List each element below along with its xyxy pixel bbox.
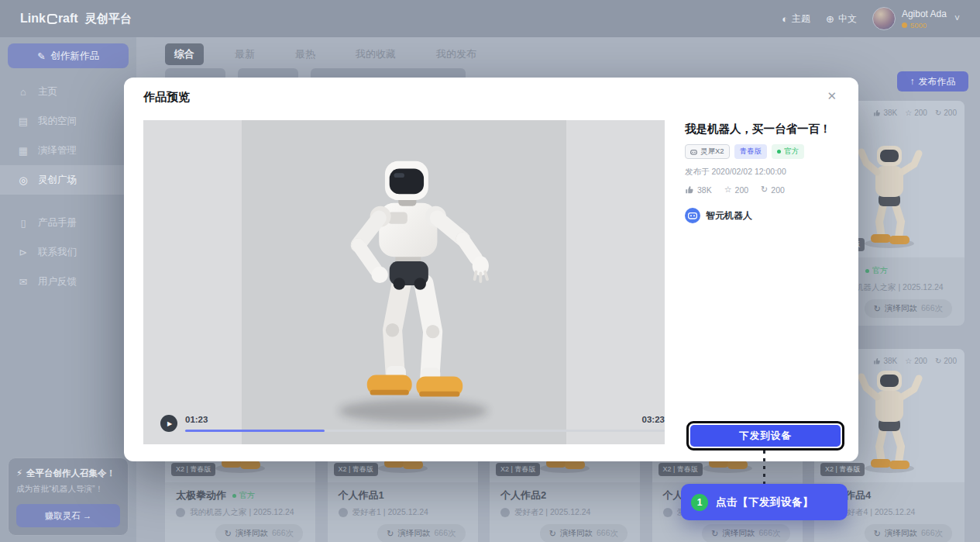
- reuse-icon: ↻: [761, 185, 768, 195]
- sidebar-item-3[interactable]: ◎灵创广场: [0, 165, 136, 195]
- reuse-pill[interactable]: ↻演绎同款666次: [865, 524, 952, 542]
- play-icon: ▶: [167, 420, 172, 427]
- reuse-pill[interactable]: ↻演绎同款666次: [702, 524, 789, 542]
- sort-tab-3[interactable]: 我的收藏: [346, 43, 405, 65]
- reuse-stat: ↻200: [761, 185, 785, 195]
- space-icon: ▤: [17, 116, 29, 127]
- card-title: 太极拳动作: [176, 488, 226, 502]
- sort-tab-0[interactable]: 综合: [165, 43, 204, 65]
- sort-tab-2[interactable]: 最热: [286, 43, 325, 65]
- progress-fill: [185, 430, 325, 432]
- thumbs-up-icon: [685, 185, 694, 195]
- pencil-icon: ✎: [37, 50, 45, 62]
- tutorial-dotted-connector: [763, 451, 765, 485]
- video-controls: ▶ 01:23 03:23: [160, 415, 665, 432]
- theme-icon: ◐: [782, 13, 788, 25]
- perform-icon: ▦: [17, 145, 29, 157]
- star-icon: ☆: [724, 185, 732, 195]
- reuse-icon: ↻: [387, 529, 394, 539]
- green-dot-icon: [777, 150, 781, 154]
- reuse-icon: ↻: [935, 109, 941, 117]
- modal-title: 作品预览: [143, 90, 190, 105]
- reuse-pill[interactable]: ↻演绎同款666次: [377, 524, 465, 542]
- sidebar-item-4[interactable]: ▯产品手册: [0, 208, 136, 237]
- sort-tab-1[interactable]: 最新: [225, 43, 264, 65]
- sidebar-item-label: 演绎管理: [38, 144, 77, 157]
- language-switcher[interactable]: ⊕中文: [826, 12, 857, 26]
- official-badge: 官方: [865, 265, 888, 276]
- app-logo: Linkraft 灵创平台: [20, 12, 132, 26]
- logo-text-right: raft: [58, 12, 78, 26]
- card-body: 太极拳动作官方我的机器人之家 | 2025.12.24↻演绎同款666次: [165, 482, 315, 542]
- reuse-icon: ↻: [711, 529, 718, 539]
- publish-work-button[interactable]: ↑ 发布作品: [897, 71, 968, 91]
- green-dot-icon: [232, 494, 236, 498]
- model-badge: 灵犀X2: [685, 144, 730, 159]
- deploy-to-device-button[interactable]: 下发到设备: [690, 425, 841, 447]
- work-info-panel: 我是机器人，买一台省一百！ 灵犀X2 青春版 官方 发布于 2020/02/02…: [685, 122, 844, 223]
- author-row[interactable]: 智元机器人: [685, 208, 844, 223]
- earn-gems-button[interactable]: 赚取灵石 →: [16, 504, 120, 527]
- sidebar-item-6[interactable]: ✉用户反馈: [0, 267, 136, 296]
- reuse-icon: ↻: [874, 529, 881, 539]
- sidebar-item-label: 灵创广场: [38, 174, 77, 187]
- total-time: 03:23: [642, 415, 665, 424]
- close-icon[interactable]: ✕: [827, 90, 837, 102]
- sidebar-item-5[interactable]: ⊳联系我们: [0, 237, 136, 267]
- sidebar-item-0[interactable]: ⌂主页: [0, 77, 136, 106]
- author-avatar: [339, 508, 348, 517]
- robot-3d-render: [247, 137, 561, 444]
- create-new-work-button[interactable]: ✎ 创作新作品: [8, 43, 129, 68]
- sidebar-item-2[interactable]: ▦演绎管理: [0, 136, 136, 165]
- green-dot-icon: [865, 269, 869, 273]
- promo-title: ⚡全平台创作人召集令！: [16, 468, 120, 479]
- work-stats: 38K ☆200 ↻200: [685, 185, 844, 195]
- progress-bar[interactable]: [185, 430, 665, 432]
- reuse-pill[interactable]: ↻演绎同款666次: [215, 524, 303, 542]
- coin-icon: [902, 22, 907, 28]
- plaza-icon: ◎: [17, 174, 29, 186]
- video-preview-area: ▶ 01:23 03:23: [143, 120, 665, 444]
- work-badges: 灵犀X2 青春版 官方: [685, 144, 844, 159]
- author-avatar: [176, 508, 185, 517]
- logo-chinese-name: 灵创平台: [85, 12, 132, 26]
- play-button[interactable]: ▶: [160, 415, 177, 432]
- reuse-pill[interactable]: ↻演绎同款666次: [865, 299, 952, 318]
- work-preview-modal: 作品预览 ✕: [124, 78, 858, 461]
- official-badge: 官方: [772, 144, 804, 159]
- sidebar-divider: [0, 195, 136, 208]
- card-author-meta: 我的机器人之家 | 2025.12.24: [176, 507, 304, 518]
- reuse-icon: ↻: [225, 529, 232, 539]
- author-avatar-icon: [685, 208, 700, 223]
- model-chip: X2 | 青春版: [820, 463, 865, 476]
- upload-icon: ↑: [910, 76, 915, 87]
- sidebar-item-1[interactable]: ▤我的空间: [0, 106, 136, 136]
- edition-badge: 青春版: [734, 144, 768, 159]
- star-icon: ☆: [905, 357, 912, 365]
- logo-text-left: Link: [20, 12, 46, 26]
- sidebar: ✎ 创作新作品 ⌂主页▤我的空间▦演绎管理◎灵创广场▯产品手册⊳联系我们✉用户反…: [0, 37, 136, 542]
- creator-promo-card: ⚡全平台创作人召集令！ 成为首批“机器人导演”！ 赚取灵石 →: [8, 457, 129, 536]
- user-menu[interactable]: Agibot Ada 5000 ˅: [872, 7, 960, 30]
- card-title: 个人作品1: [339, 488, 384, 502]
- author-name: 智元机器人: [706, 209, 752, 223]
- manual-icon: ▯: [17, 217, 29, 229]
- chevron-down-icon: ˅: [954, 13, 960, 24]
- reuse-icon: ↻: [549, 529, 556, 539]
- app-root: Linkraft 灵创平台 ◐主题 ⊕中文 Agibot Ada 5000 ˅ …: [0, 0, 980, 542]
- tutorial-callout: 1 点击【下发到设备】: [681, 484, 848, 520]
- sort-tab-4[interactable]: 我的发布: [427, 43, 486, 65]
- robot-icon: [690, 149, 697, 155]
- theme-toggle[interactable]: ◐主题: [782, 12, 810, 26]
- official-badge: 官方: [232, 490, 255, 501]
- video-frame: [242, 120, 566, 444]
- sidebar-menu: ⌂主页▤我的空间▦演绎管理◎灵创广场▯产品手册⊳联系我们✉用户反馈: [0, 77, 136, 296]
- current-time: 01:23: [185, 415, 208, 424]
- logo-icon: [47, 14, 57, 24]
- callout-text: 点击【下发到设备】: [716, 495, 813, 509]
- thumbs-up-icon: [873, 357, 881, 365]
- thumbs-up-icon: [873, 109, 881, 117]
- progress-area: 01:23 03:23: [185, 415, 665, 432]
- reuse-pill[interactable]: ↻演绎同款666次: [540, 524, 628, 542]
- publish-date: 发布于 2020/02/02 12:00:00: [685, 167, 844, 178]
